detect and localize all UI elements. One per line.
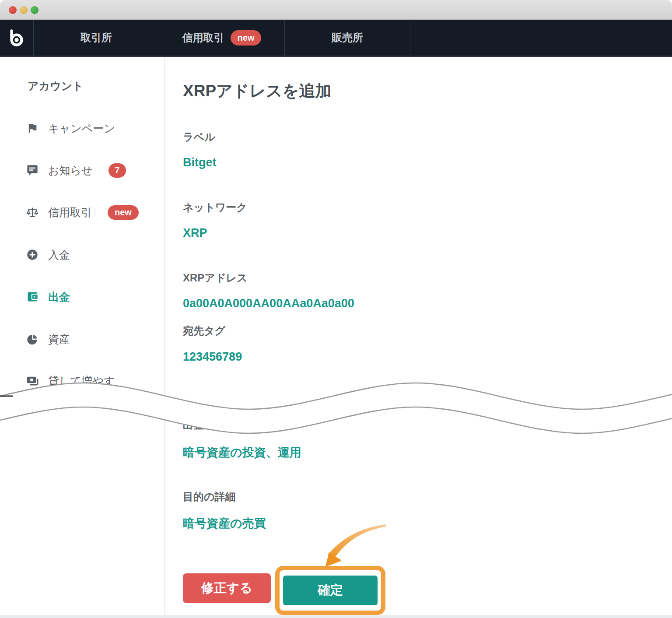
sidebar-item-notifications[interactable]: お知らせ 7 [26, 162, 126, 179]
zoom-window-button[interactable] [31, 6, 38, 14]
tab-exchange-label: 取引所 [80, 31, 112, 45]
sidebar-item-label: 信用取引 [48, 205, 92, 220]
sidebar-section-title: アカウント [28, 79, 84, 93]
tab-margin-label: 信用取引 [182, 31, 224, 45]
bitbank-logo-icon [7, 28, 27, 48]
sidebar-item-label: キャンペーン [48, 121, 115, 136]
sidebar-item-label: 資産 [48, 332, 70, 347]
field-destination-tag-value: 123456789 [183, 350, 242, 364]
deposit-icon [26, 249, 38, 261]
tab-sales-label: 販売所 [332, 31, 363, 45]
tab-exchange[interactable]: 取引所 [34, 20, 159, 56]
macos-titlebar [0, 0, 672, 20]
tab-sales-office[interactable]: 販売所 [285, 20, 410, 56]
sidebar-item-label: 入金 [48, 248, 70, 262]
modify-button[interactable]: 修正する [183, 573, 271, 603]
window-bottom-edge [0, 615, 672, 618]
field-destination-tag-label: 宛先タグ [183, 324, 225, 338]
tab-margin-trading[interactable]: 信用取引 new [159, 20, 285, 56]
scales-icon [26, 206, 38, 218]
field-xrp-address-value: 0a00A0A000AA00AAa0Aa0a00 [183, 297, 354, 310]
field-label-value: Bitget [183, 156, 217, 169]
page-title: XRPアドレスを追加 [183, 80, 331, 102]
field-withdraw-purpose-value: 暗号資産の投資、運用 [183, 445, 301, 460]
announcement-icon [26, 164, 38, 176]
assets-pie-icon [26, 333, 38, 345]
confirm-button[interactable]: 確定 [283, 576, 378, 605]
field-purpose-detail-value: 暗号資産の売買 [183, 516, 266, 531]
sidebar-divider [164, 57, 165, 618]
new-badge: new [108, 205, 139, 220]
confirm-highlight-frame: 確定 [275, 566, 385, 615]
minimize-window-button[interactable] [20, 6, 28, 14]
field-network-value: XRP [183, 226, 207, 240]
sidebar-item-lending[interactable]: 貸して増やす [26, 372, 115, 390]
sidebar-item-margin-trading[interactable]: 信用取引 new [26, 204, 139, 221]
lending-cash-icon [26, 375, 38, 387]
sidebar-item-campaign[interactable]: キャンペーン [26, 119, 115, 137]
field-label-label: ラベル [183, 130, 215, 144]
field-withdraw-purpose-label: 出金の目的 [183, 418, 236, 432]
top-navbar: 取引所 信用取引 new 販売所 [0, 20, 672, 57]
notification-count-badge: 7 [108, 163, 126, 178]
sidebar-item-assets[interactable]: 資産 [26, 330, 70, 348]
withdraw-wallet-icon [26, 291, 38, 303]
sidebar-item-withdraw[interactable]: 出金 [26, 288, 70, 305]
field-purpose-detail-label: 目的の詳細 [183, 490, 236, 504]
app-window: 取引所 信用取引 new 販売所 アカウント キャンペーン お知らせ 7 [0, 0, 672, 618]
field-network-label: ネットワーク [183, 200, 247, 214]
sidebar-item-deposit[interactable]: 入金 [26, 246, 70, 263]
field-xrp-address-label: XRPアドレス [183, 271, 248, 285]
close-window-button[interactable] [9, 6, 17, 14]
flag-icon [26, 122, 38, 134]
sidebar-item-label: お知らせ [48, 163, 93, 178]
new-badge: new [231, 30, 262, 46]
sidebar-item-label: 貸して増やす [48, 374, 115, 388]
sidebar-item-label: 出金 [48, 290, 70, 304]
annotation-arrow-icon [306, 519, 402, 573]
bitbank-logo[interactable] [0, 20, 34, 56]
